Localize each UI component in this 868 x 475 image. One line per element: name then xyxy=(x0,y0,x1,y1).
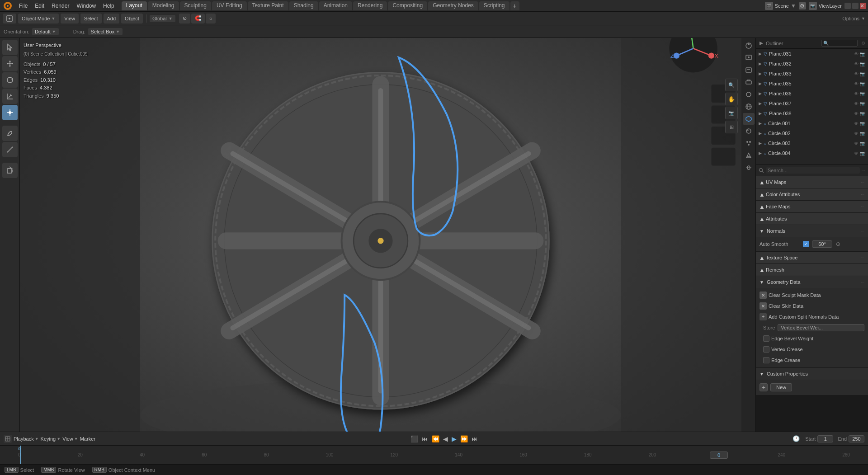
outliner-item-plane037[interactable]: ▶ ▽ Plane.037 👁 📷 xyxy=(756,99,868,108)
visibility-icon[interactable]: 👁 xyxy=(854,52,859,56)
window-max-btn[interactable] xyxy=(852,3,859,9)
view-btn[interactable]: View xyxy=(61,14,79,24)
camera-btn[interactable]: 📷 xyxy=(725,107,738,119)
tab-uv-editing[interactable]: UV Editing xyxy=(212,1,247,10)
tab-compositing[interactable]: Compositing xyxy=(388,1,427,10)
render-icon-4[interactable]: 📷 xyxy=(860,81,865,86)
window-min-btn[interactable] xyxy=(844,3,851,9)
outliner-search[interactable] xyxy=(821,40,858,47)
add-normals-btn[interactable]: + xyxy=(760,313,767,320)
outliner-item-plane038[interactable]: ▶ ▽ Plane.038 👁 📷 xyxy=(756,108,868,118)
edge-crease-checkbox[interactable] xyxy=(763,357,769,363)
visibility-icon-7[interactable]: 👁 xyxy=(854,111,859,116)
select-btn[interactable]: Select xyxy=(80,14,102,24)
annotate-tool-btn[interactable] xyxy=(2,126,18,141)
object-btn[interactable]: Object xyxy=(121,14,143,24)
pi-material-btn[interactable] xyxy=(743,125,755,137)
custom-props-header[interactable]: ▼ Custom Properties ··· xyxy=(756,368,868,380)
outliner-filter-icon[interactable]: ⚙ xyxy=(861,41,865,46)
visibility-icon-8[interactable]: 👁 xyxy=(854,121,859,126)
keying-dropdown[interactable]: Keying ▼ xyxy=(41,436,61,442)
play-back-btn[interactable]: ◀ xyxy=(442,434,449,443)
attributes-header[interactable]: ▶ Attributes ··· xyxy=(756,213,868,225)
grid-btn[interactable]: ⊞ xyxy=(725,121,738,133)
menu-file[interactable]: File xyxy=(15,2,31,10)
pi-constraints-btn[interactable] xyxy=(743,162,755,174)
pi-view-layer-btn[interactable] xyxy=(743,76,755,88)
render-icon-5[interactable]: 📷 xyxy=(860,91,865,96)
pi-output-btn[interactable] xyxy=(743,64,755,76)
pi-particles-btn[interactable] xyxy=(743,137,755,149)
visibility-icon-11[interactable]: 👁 xyxy=(854,151,859,156)
visibility-icon-2[interactable]: 👁 xyxy=(854,61,859,66)
viewport[interactable]: X Y Z User Perspective (0) Scene Collect… xyxy=(20,38,741,432)
scene-selector-icon[interactable]: 🎬 xyxy=(765,2,773,10)
step-forward-btn[interactable]: ⏩ xyxy=(459,434,469,443)
hand-pan-btn[interactable]: ✋ xyxy=(725,93,738,105)
menu-render[interactable]: Render xyxy=(48,2,73,10)
tab-animation[interactable]: Animation xyxy=(319,1,352,10)
jump-start-btn[interactable]: ⏮ xyxy=(421,434,429,443)
edge-bevel-checkbox[interactable] xyxy=(763,335,769,342)
proportional-btn[interactable]: ○ xyxy=(206,14,216,24)
zoom-in-btn[interactable]: 🔍 xyxy=(725,79,738,91)
menu-window[interactable]: Window xyxy=(73,2,99,10)
tab-rendering[interactable]: Rendering xyxy=(353,1,387,10)
outliner-item-circle002[interactable]: ▶ ○ Circle.002 👁 📷 xyxy=(756,128,868,138)
view-dropdown[interactable]: View ▼ xyxy=(62,436,78,442)
custom-new-btn[interactable]: New xyxy=(770,383,792,391)
render-icon-7[interactable]: 📷 xyxy=(860,111,865,116)
measure-tool-btn[interactable] xyxy=(2,142,18,157)
clear-sculpt-btn[interactable]: ✕ xyxy=(760,292,767,299)
props-search-input[interactable] xyxy=(766,167,860,174)
move-tool-btn[interactable] xyxy=(2,56,18,71)
timeline-editor-type-btn[interactable] xyxy=(4,435,12,443)
store-value-btn[interactable]: Vertex Bevel Wei... xyxy=(778,324,864,331)
render-icon-6[interactable]: 📷 xyxy=(860,101,865,106)
scene-expand-icon[interactable]: ▼ xyxy=(791,3,796,9)
tab-texture-paint[interactable]: Texture Paint xyxy=(248,1,288,10)
editor-type-btn[interactable] xyxy=(3,14,16,24)
render-icon-9[interactable]: 📷 xyxy=(860,131,865,136)
render-icon-2[interactable]: 📷 xyxy=(860,61,865,66)
add-cube-btn[interactable] xyxy=(2,163,18,178)
viewlayer-icon[interactable]: 📷 xyxy=(809,2,817,10)
pi-scene-props-btn[interactable] xyxy=(743,89,755,100)
normals-header[interactable]: ▼ Normals ··· xyxy=(756,225,868,237)
marker-dropdown[interactable]: Marker xyxy=(80,436,95,442)
pi-world-btn[interactable] xyxy=(743,101,755,113)
uv-maps-header[interactable]: ▶ UV Maps ··· xyxy=(756,176,868,188)
visibility-icon-6[interactable]: 👁 xyxy=(854,101,859,106)
rotate-tool-btn[interactable] xyxy=(2,72,18,88)
snap-btn[interactable]: 🧲 xyxy=(191,14,205,24)
auto-smooth-checkbox[interactable]: ✓ xyxy=(803,241,809,247)
scene-manage-icon[interactable]: ⚙ xyxy=(799,2,806,9)
outliner-item-circle001[interactable]: ▶ ○ Circle.001 👁 📷 xyxy=(756,118,868,128)
step-back-btn[interactable]: ⏪ xyxy=(431,434,440,443)
window-close-btn[interactable]: ✕ xyxy=(860,3,866,9)
current-frame-input[interactable] xyxy=(710,451,728,459)
vertex-crease-checkbox[interactable] xyxy=(763,346,769,353)
render-icon[interactable]: 📷 xyxy=(860,52,865,56)
tab-sculpting[interactable]: Sculpting xyxy=(180,1,211,10)
render-icon-8[interactable]: 📷 xyxy=(860,121,865,126)
visibility-icon-9[interactable]: 👁 xyxy=(854,131,859,136)
outliner-item-plane035[interactable]: ▶ ▽ Plane.035 👁 📷 xyxy=(756,79,868,89)
orientation-value-btn[interactable]: Default ▼ xyxy=(32,28,59,35)
scale-tool-btn[interactable] xyxy=(2,89,18,104)
playback-dropdown[interactable]: Playback ▼ xyxy=(14,436,39,442)
outliner-item-circle003[interactable]: ▶ ○ Circle.003 👁 📷 xyxy=(756,138,868,148)
outliner-item-plane032[interactable]: ▶ ▽ Plane.032 👁 📷 xyxy=(756,59,868,69)
pi-scene-btn[interactable] xyxy=(743,40,755,52)
jump-end-btn[interactable]: ⏭ xyxy=(471,434,479,443)
start-frame-input[interactable]: 1 xyxy=(817,435,833,442)
pi-object-data-btn[interactable] xyxy=(743,113,755,125)
pivot-btn[interactable]: ⊙ xyxy=(179,14,190,24)
geometry-data-header[interactable]: ▼ Geometry Data ··· xyxy=(756,276,868,288)
outliner-item-plane036[interactable]: ▶ ▽ Plane.036 👁 📷 xyxy=(756,89,868,99)
custom-add-btn[interactable]: + xyxy=(760,383,768,391)
cursor-tool-btn[interactable] xyxy=(2,40,18,55)
visibility-icon-10[interactable]: 👁 xyxy=(854,141,859,146)
outliner-item-plane031[interactable]: ▶ ▽ Plane.031 👁 📷 xyxy=(756,49,868,59)
render-icon-11[interactable]: 📷 xyxy=(860,151,865,156)
